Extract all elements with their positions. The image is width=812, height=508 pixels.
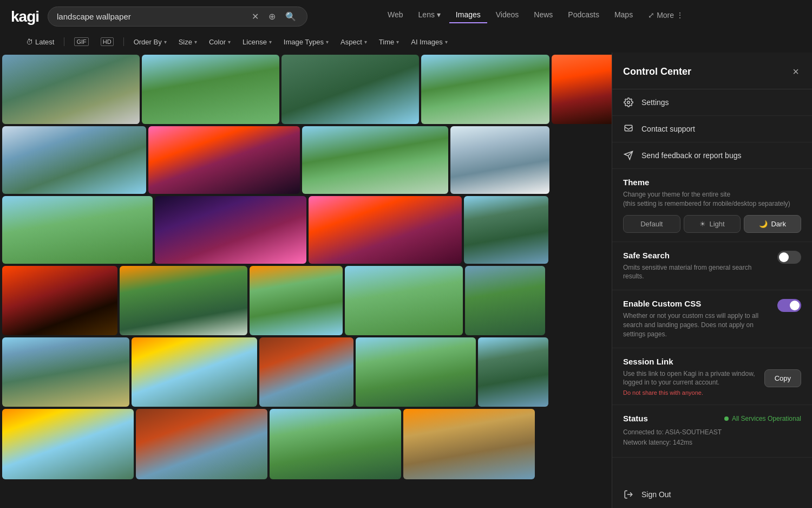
sign-out-icon xyxy=(623,490,634,499)
list-item[interactable] xyxy=(309,196,462,264)
search-bar: ✕ ⊕ 🔍 xyxy=(48,6,307,27)
safe-search-toggle-row: Safe Search Omits sensitive material fro… xyxy=(623,251,801,282)
more-button[interactable]: ⤢ More ⋮ xyxy=(641,8,690,23)
list-item[interactable] xyxy=(120,266,247,335)
submit-search-button[interactable]: 🔍 xyxy=(283,11,298,22)
tab-web[interactable]: Web xyxy=(381,7,410,23)
lens-search-button[interactable]: ⊕ xyxy=(266,11,278,22)
filter-aspect[interactable]: Aspect ▾ xyxy=(336,36,371,48)
status-operational: All Services Operational xyxy=(724,415,801,422)
list-item[interactable] xyxy=(2,409,134,479)
session-link-title: Session Link xyxy=(623,357,801,366)
custom-css-toggle-row: Enable Custom CSS Whether or not your cu… xyxy=(623,299,801,338)
send-feedback-icon xyxy=(623,150,634,161)
theme-default-button[interactable]: Default xyxy=(623,215,680,233)
tab-podcasts[interactable]: Podcasts xyxy=(561,7,606,23)
theme-section: Theme Change your theme for the entire s… xyxy=(612,169,812,242)
search-input[interactable] xyxy=(57,12,244,21)
filter-gif[interactable]: GIF xyxy=(70,35,93,48)
image-row-4 xyxy=(2,266,610,335)
list-item[interactable] xyxy=(2,55,140,124)
theme-dark-button[interactable]: 🌙 Dark xyxy=(744,215,801,233)
logo[interactable]: kagi xyxy=(11,8,39,25)
send-feedback-menu-item[interactable]: Send feedback or report bugs xyxy=(612,142,812,169)
sign-out-row[interactable]: Sign Out xyxy=(612,481,812,508)
clear-search-button[interactable]: ✕ xyxy=(250,11,261,22)
filter-time[interactable]: Time ▾ xyxy=(375,36,403,48)
copy-session-link-button[interactable]: Copy xyxy=(764,369,801,387)
custom-css-section: Enable Custom CSS Whether or not your cu… xyxy=(612,290,812,348)
list-item[interactable] xyxy=(250,266,343,335)
list-item[interactable] xyxy=(450,126,549,194)
list-item[interactable] xyxy=(464,196,548,264)
status-details: Connected to: ASIA-SOUTHEAST Network lat… xyxy=(623,427,801,448)
filter-ai-images[interactable]: AI Images ▾ xyxy=(407,36,452,48)
contact-support-label: Contact support xyxy=(641,125,695,133)
custom-css-toggle[interactable] xyxy=(777,299,801,312)
send-feedback-label: Send feedback or report bugs xyxy=(641,151,741,160)
filter-hd[interactable]: HD xyxy=(96,35,118,48)
filter-latest[interactable]: ⏱ Latest xyxy=(22,36,58,48)
tab-news[interactable]: News xyxy=(527,7,559,23)
list-item[interactable] xyxy=(2,126,146,194)
tab-maps[interactable]: Maps xyxy=(608,7,639,23)
control-panel-header: Control Center × xyxy=(612,53,812,89)
custom-css-title: Enable Custom CSS xyxy=(623,299,772,308)
list-item[interactable] xyxy=(421,55,549,124)
safe-search-toggle[interactable] xyxy=(777,251,801,264)
nav-tabs: Web Lens ▾ Images Videos News Podcasts M… xyxy=(316,7,690,23)
filter-divider-1 xyxy=(64,37,64,46)
list-item[interactable] xyxy=(2,337,129,407)
filter-license[interactable]: License ▾ xyxy=(238,36,276,48)
image-row-2 xyxy=(2,126,610,194)
list-item[interactable] xyxy=(403,409,535,479)
image-grid xyxy=(0,53,612,508)
image-row-5 xyxy=(2,337,610,407)
list-item[interactable] xyxy=(552,55,612,124)
filter-size[interactable]: Size ▾ xyxy=(174,36,201,48)
filter-order-by[interactable]: Order By ▾ xyxy=(129,36,171,48)
list-item[interactable] xyxy=(259,337,353,407)
status-latency: Network latency: 142ms xyxy=(623,438,801,448)
contact-support-menu-item[interactable]: Contact support xyxy=(612,116,812,142)
list-item[interactable] xyxy=(270,409,401,479)
list-item[interactable] xyxy=(2,266,117,335)
settings-menu-item[interactable]: Settings xyxy=(612,89,812,116)
safe-search-desc: Omits sensitive material from general se… xyxy=(623,263,772,282)
custom-css-slider xyxy=(777,299,801,312)
list-item[interactable] xyxy=(281,55,419,124)
theme-buttons: Default ☀ Light 🌙 Dark xyxy=(623,215,801,233)
list-item[interactable] xyxy=(478,337,548,407)
session-link-warning: Do not share this with anyone. xyxy=(623,389,758,396)
theme-title: Theme xyxy=(623,178,801,187)
settings-label: Settings xyxy=(641,98,669,107)
tab-lens[interactable]: Lens ▾ xyxy=(412,7,447,23)
list-item[interactable] xyxy=(155,196,306,264)
status-dot xyxy=(724,416,729,421)
list-item[interactable] xyxy=(136,409,267,479)
control-panel-title: Control Center xyxy=(623,66,691,77)
control-panel: Control Center × Settings Contact suppor… xyxy=(612,53,812,508)
status-operational-text: All Services Operational xyxy=(732,415,801,422)
session-link-desc: Use this link to open Kagi in a private … xyxy=(623,369,758,388)
custom-css-info: Enable Custom CSS Whether or not your cu… xyxy=(623,299,772,338)
tab-images[interactable]: Images xyxy=(449,7,487,23)
control-panel-spacer xyxy=(612,458,812,481)
list-item[interactable] xyxy=(356,337,476,407)
header: kagi ✕ ⊕ 🔍 Web Lens ▾ Images Videos News… xyxy=(0,0,812,53)
list-item[interactable] xyxy=(2,196,153,264)
filter-image-types[interactable]: Image Types ▾ xyxy=(279,36,333,48)
session-link-info: Use this link to open Kagi in a private … xyxy=(623,369,758,396)
list-item[interactable] xyxy=(345,266,463,335)
list-item[interactable] xyxy=(148,126,300,194)
list-item[interactable] xyxy=(465,266,545,335)
list-item[interactable] xyxy=(132,337,257,407)
list-item[interactable] xyxy=(142,55,279,124)
status-title: Status xyxy=(623,414,648,423)
filter-color[interactable]: Color ▾ xyxy=(205,36,235,48)
sign-out-label: Sign Out xyxy=(641,490,671,499)
control-panel-close-button[interactable]: × xyxy=(790,63,801,80)
list-item[interactable] xyxy=(302,126,448,194)
tab-videos[interactable]: Videos xyxy=(489,7,526,23)
theme-light-button[interactable]: ☀ Light xyxy=(684,215,741,233)
